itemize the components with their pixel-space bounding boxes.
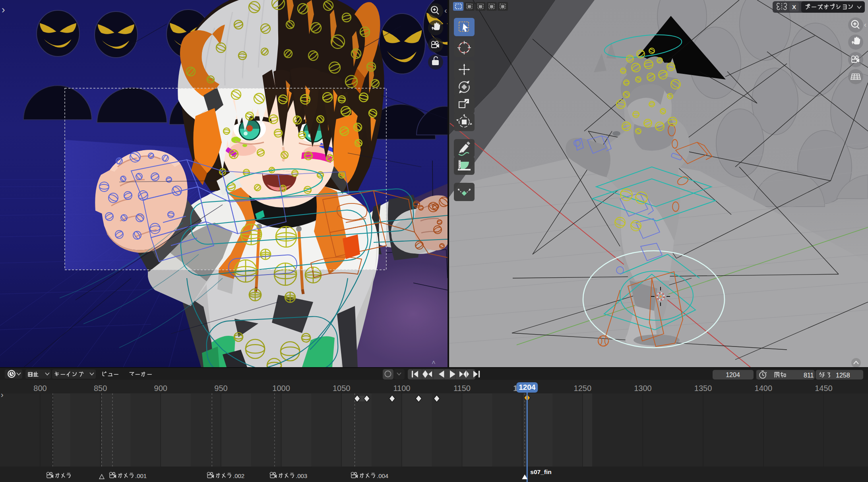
svg-text:.001: .001 xyxy=(135,472,147,479)
svg-text:800: 800 xyxy=(33,384,46,393)
svg-text:1050: 1050 xyxy=(333,384,351,393)
svg-text:1300: 1300 xyxy=(634,384,652,393)
svg-text:850: 850 xyxy=(94,384,107,393)
svg-text:›: › xyxy=(1,390,4,399)
svg-text:811: 811 xyxy=(804,372,814,379)
svg-text:1350: 1350 xyxy=(694,384,712,393)
svg-text:‹: ‹ xyxy=(444,6,447,15)
svg-text:1: 1 xyxy=(513,384,517,393)
svg-text:1250: 1250 xyxy=(574,384,592,393)
svg-text:›: › xyxy=(2,4,5,15)
svg-text:s07_fin: s07_fin xyxy=(530,468,551,475)
svg-text:.002: .002 xyxy=(233,472,244,479)
svg-text:X: X xyxy=(792,4,796,10)
svg-text:1204: 1204 xyxy=(726,372,740,378)
svg-text:‹: ‹ xyxy=(864,21,866,29)
svg-text:900: 900 xyxy=(154,384,167,393)
svg-text:1204: 1204 xyxy=(519,383,536,391)
svg-text:1258: 1258 xyxy=(836,372,850,379)
svg-text:.003: .003 xyxy=(296,472,307,479)
svg-text:1150: 1150 xyxy=(453,384,471,393)
svg-text:1100: 1100 xyxy=(393,384,410,393)
svg-text:1400: 1400 xyxy=(755,384,773,393)
svg-text:.004: .004 xyxy=(377,472,388,479)
svg-text:1450: 1450 xyxy=(815,384,833,393)
svg-text:1000: 1000 xyxy=(272,384,290,393)
svg-text:950: 950 xyxy=(214,384,227,393)
svg-text:˄: ˄ xyxy=(432,359,436,366)
